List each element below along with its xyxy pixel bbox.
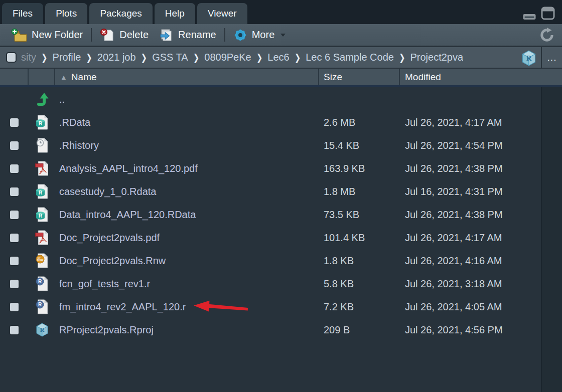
file-name-link[interactable]: Data_intro4_AAPL_120.RData [59, 209, 196, 221]
minimize-pane-button[interactable] [523, 14, 536, 20]
file-checkbox[interactable] [9, 117, 20, 128]
table-row[interactable]: RswDoc_Project2pvals.Rnw1.8 KBJul 26, 20… [0, 249, 562, 272]
tab-files[interactable]: Files [2, 3, 43, 24]
tab-help[interactable]: Help [155, 3, 195, 24]
row-icon-cell [29, 138, 55, 153]
svg-text:R: R [38, 279, 42, 284]
file-name-link[interactable]: fm_intro4_rev2_AAPL_120.r [59, 301, 186, 313]
file-modified: Jul 26, 2021, 4:38 PM [400, 163, 562, 174]
svg-text:R: R [39, 121, 43, 126]
svg-text:R: R [38, 302, 42, 307]
table-row[interactable]: .Rhistory15.4 KBJul 26, 2021, 4:54 PM [0, 134, 562, 157]
file-name-link[interactable]: Doc_Project2pvals.pdf [59, 232, 160, 244]
tab-strip: FilesPlotsPackagesHelpViewer [2, 3, 249, 24]
table-row[interactable]: RRProject2pvals.Rproj209 BJul 26, 2021, … [0, 318, 562, 341]
header-icon-column [29, 69, 55, 85]
file-modified: Jul 26, 2021, 4:56 PM [400, 324, 562, 336]
file-name-link[interactable]: Analysis_AAPL_intro4_120.pdf [59, 163, 198, 174]
rename-button[interactable]: Rename [154, 24, 221, 46]
breadcrumb-item[interactable]: Lec6 [267, 52, 289, 63]
file-name-link[interactable]: .Rhistory [59, 140, 99, 151]
table-row[interactable]: RData_intro4_AAPL_120.RData73.5 KBJul 26… [0, 203, 562, 226]
file-checkbox[interactable] [9, 140, 20, 151]
file-size: 209 B [319, 324, 400, 336]
file-modified: Jul 26, 2021, 4:17 AM [400, 232, 562, 244]
new-folder-icon [11, 28, 27, 42]
header-size-label: Size [324, 72, 342, 83]
annotation-red-arrow-icon [193, 300, 249, 313]
row-checkbox-cell [0, 117, 29, 128]
header-size-column[interactable]: Size [319, 69, 400, 85]
row-checkbox-cell [0, 140, 29, 151]
file-name-link[interactable]: fcn_gof_tests_rev1.r [59, 278, 150, 290]
file-name-link[interactable]: .RData [59, 117, 90, 128]
refresh-icon [540, 28, 555, 43]
new-folder-label: New Folder [32, 29, 83, 41]
row-checkbox-cell [0, 210, 29, 220]
r-project-cube-icon: R [520, 50, 537, 67]
file-name-link[interactable]: .. [59, 94, 65, 105]
header-name-label: Name [71, 72, 97, 83]
chevron-right-icon: ❯ [256, 52, 263, 63]
pdf-file-icon [35, 230, 49, 245]
table-row[interactable]: .. [0, 88, 562, 111]
tab-plots[interactable]: Plots [45, 3, 87, 24]
table-row[interactable]: R.RData2.6 MBJul 26, 2021, 4:17 AM [0, 111, 562, 134]
breadcrumb-item[interactable]: Lec 6 Sample Code [306, 52, 394, 63]
file-checkbox[interactable] [9, 210, 20, 220]
file-name-link[interactable]: RProject2pvals.Rproj [59, 324, 154, 336]
rdata-file-icon: R [35, 184, 49, 199]
breadcrumb-item[interactable]: Profile [53, 52, 81, 63]
row-name-cell: Doc_Project2pvals.Rnw [55, 255, 319, 267]
files-toolbar: New Folder Delete Rename [0, 24, 562, 46]
header-name-column[interactable]: ▲ Name [55, 69, 319, 85]
breadcrumb-item[interactable]: GSS TA [152, 52, 188, 63]
row-icon-cell [29, 230, 55, 245]
file-checkbox[interactable] [9, 186, 20, 197]
refresh-button[interactable] [539, 28, 556, 43]
breadcrumb-item-truncated[interactable]: sity [21, 52, 36, 63]
row-checkbox-cell [0, 325, 29, 335]
table-row[interactable]: Rcasestudy_1_0.Rdata1.8 MBJul 16, 2021, … [0, 180, 562, 203]
breadcrumb-overflow-button[interactable]: ... [541, 47, 562, 68]
file-checkbox[interactable] [9, 256, 20, 266]
table-row[interactable]: Analysis_AAPL_intro4_120.pdf163.9 KBJul … [0, 157, 562, 180]
file-checkbox[interactable] [9, 325, 20, 335]
header-modified-column[interactable]: Modified [400, 69, 562, 85]
chevron-right-icon: ❯ [193, 52, 200, 63]
sort-ascending-triangle-icon: ▲ [60, 73, 67, 81]
file-checkbox[interactable] [9, 233, 20, 243]
row-checkbox-cell [0, 302, 29, 312]
file-checkbox[interactable] [9, 279, 20, 289]
rdata-file-icon: R [35, 207, 49, 222]
row-icon-cell [29, 92, 55, 107]
file-checkbox[interactable] [9, 302, 20, 312]
more-button[interactable]: More [228, 24, 292, 46]
file-checkbox[interactable] [9, 163, 20, 174]
row-checkbox-cell [0, 186, 29, 197]
new-folder-button[interactable]: New Folder [6, 24, 88, 46]
table-row[interactable]: Rfcn_gof_tests_rev1.r5.8 KBJul 26, 2021,… [0, 272, 562, 295]
breadcrumb-item[interactable]: 2021 job [97, 52, 136, 63]
breadcrumb-item[interactable]: 0809PeKe [204, 52, 251, 63]
toolbar-separator [224, 28, 225, 42]
chevron-right-icon: ❯ [41, 52, 48, 63]
tab-packages[interactable]: Packages [89, 3, 152, 24]
window-controls [523, 3, 555, 20]
maximize-pane-button[interactable] [541, 7, 555, 20]
table-row[interactable]: Rfm_intro4_rev2_AAPL_120.r7.2 KBJul 26, … [0, 295, 562, 318]
file-name-link[interactable]: Doc_Project2pvals.Rnw [59, 255, 166, 267]
file-modified: Jul 16, 2021, 4:31 PM [400, 186, 562, 198]
svg-text:R: R [39, 190, 43, 195]
breadcrumb-item[interactable]: Project2pva [410, 52, 463, 63]
file-name-link[interactable]: casestudy_1_0.Rdata [59, 186, 156, 198]
tab-viewer[interactable]: Viewer [197, 3, 247, 24]
rename-label: Rename [178, 29, 216, 41]
select-all-checkbox[interactable] [6, 52, 17, 63]
pane-tabbar: FilesPlotsPackagesHelpViewer [0, 0, 562, 24]
delete-button[interactable]: Delete [95, 24, 154, 46]
svg-text:R: R [526, 54, 532, 62]
file-modified: Jul 26, 2021, 4:05 AM [400, 301, 562, 313]
row-icon-cell [29, 161, 55, 176]
table-row[interactable]: Doc_Project2pvals.pdf101.4 KBJul 26, 202… [0, 226, 562, 249]
